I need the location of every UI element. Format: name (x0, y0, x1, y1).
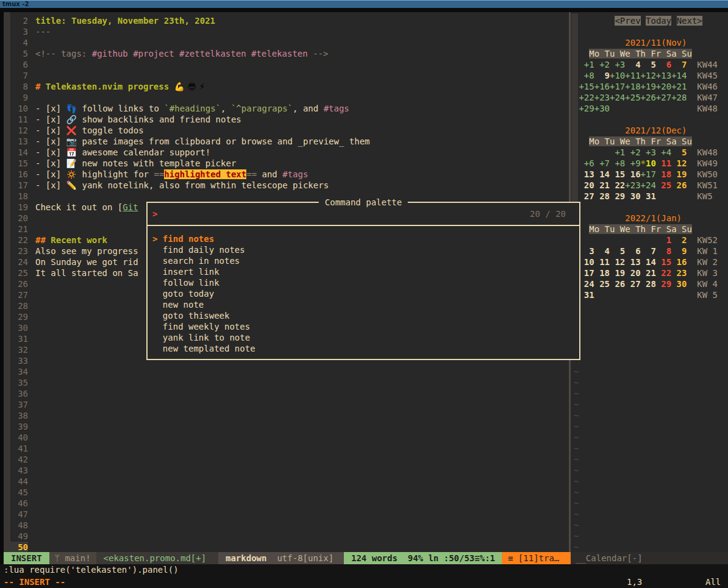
calendar-day[interactable]: 9 (671, 246, 687, 256)
line-number: 9 (10, 92, 28, 103)
calendar-day[interactable]: 20 21 22 (574, 180, 625, 190)
calendar-day[interactable]: 18 (656, 169, 671, 179)
palette-item[interactable]: insert link (152, 266, 574, 277)
calendar-day[interactable]: 2 (671, 235, 687, 245)
calendar-day[interactable]: 29 (656, 279, 671, 289)
editor-line: 13- [x] 📷 paste images from clipboard or… (10, 136, 569, 147)
editor-line: 36 (10, 388, 569, 399)
left-scrollbar[interactable] (4, 12, 10, 552)
calendar-day[interactable]: 30 (671, 279, 687, 289)
palette-item[interactable]: new templated note (152, 343, 574, 354)
line-number: 48 (10, 520, 28, 531)
palette-item[interactable]: new note (152, 299, 574, 310)
calendar-text: KW46 (687, 82, 718, 91)
calendar-day[interactable]: 19 (671, 169, 687, 179)
calendar-day[interactable]: 3 4 5 6 7 (574, 246, 656, 256)
calendar-row (574, 344, 718, 355)
line-text: title: Tuesday, November 23th, 2021 (35, 16, 215, 26)
editor-segment: It all started on Sa (35, 268, 138, 278)
calendar-text: 2022/1(Jan) (625, 213, 682, 223)
calendar-day[interactable]: 9 (594, 71, 610, 80)
palette-item[interactable]: find weekly notes (152, 321, 574, 332)
calendar-day[interactable]: +6 +7 +8 +9 (574, 158, 641, 168)
calendar-day[interactable]: 15 (656, 257, 671, 267)
calendar-day[interactable]: 26 (671, 180, 687, 190)
editor-segment: Check it out on [ (35, 202, 123, 212)
calendar-row (574, 26, 718, 37)
editor-line: 38 (10, 410, 569, 421)
calendar-day[interactable]: 11 (656, 158, 671, 168)
calendar-nav-button[interactable]: <Prev (615, 16, 640, 26)
calendar-day[interactable]: 23 (671, 268, 687, 278)
calendar-day[interactable]: +1 +2 +3 (574, 60, 625, 69)
calendar-text: Mo Tu We Th Fr Sa Su (589, 136, 692, 146)
calendar-day[interactable]: +8 (574, 71, 594, 80)
palette-item[interactable]: goto today (152, 288, 574, 299)
editor-segment: yank notelink, also from wthin telescope… (77, 180, 329, 190)
editor-segment: #tags (282, 169, 308, 179)
tilde-marker: ~ (574, 520, 579, 530)
calendar-nav-button[interactable]: Next> (677, 16, 702, 26)
calendar-row: 24 25 26 27 28 29 30 KW 4 (574, 278, 718, 289)
calendar-day[interactable]: 22 (656, 268, 671, 278)
calendar-row: +1 +2 +3 4 5 6 7 KW44 (574, 59, 718, 70)
calendar-row: 13 14 15 16+17 18 19 KW50 (574, 169, 718, 180)
calendar-day[interactable]: 1 (656, 235, 671, 245)
calendar-day[interactable]: +22+23+24+25+26+27+28 (574, 93, 687, 102)
calendar-day[interactable]: 25 (656, 180, 671, 190)
calendar-day[interactable]: +10+11+12+13+14 (610, 71, 687, 80)
editor-segment: 📅 (66, 147, 77, 157)
palette-item[interactable]: follow link (152, 277, 574, 288)
calendar-text (656, 191, 687, 201)
calendar-row: 31 KW 5 (574, 289, 718, 300)
calendar-text: Mo Tu We Th Fr Sa Su (589, 224, 692, 234)
calendar-row: 27 28 29 30 31 KW5 (574, 191, 718, 202)
calendar-window[interactable]: <Prev Today Next> 2021/11(Nov) Mo Tu We … (571, 12, 728, 552)
calendar-day[interactable]: 27 28 29 30 31 (574, 191, 656, 201)
palette-item[interactable]: goto thisweek (152, 310, 574, 321)
line-number: 40 (10, 432, 28, 443)
editor-line: 49 (10, 531, 569, 542)
line-number: 42 (10, 454, 28, 465)
calendar-day[interactable]: +23+24 (625, 180, 656, 190)
editor-line: 3--- (10, 26, 569, 37)
calendar-day[interactable]: +15+16+17+18+19+20+21 (574, 82, 687, 91)
calendar-day[interactable]: 12 (671, 158, 687, 168)
calendar-day[interactable]: 6 (656, 60, 671, 69)
calendar-day[interactable]: 4 5 (625, 60, 656, 69)
editor-segment: #tags (324, 104, 349, 113)
calendar-day[interactable]: +17 (641, 169, 656, 179)
calendar-day[interactable]: +29+30 (574, 104, 610, 113)
line-number: 16 (10, 169, 28, 180)
calendar-day[interactable]: 13 14 15 16 (574, 169, 641, 179)
palette-item[interactable]: > find notes (152, 233, 574, 244)
palette-item[interactable]: search in notes (152, 255, 574, 266)
command-line[interactable]: :lua require('telekasten').panel() (0, 564, 728, 576)
line-number: 34 (10, 366, 28, 377)
calendar-day[interactable]: 24 25 26 27 28 (574, 279, 656, 289)
calendar-text: 2021/12(Dec) (625, 126, 687, 135)
calendar-row (574, 322, 718, 333)
line-number: 18 (10, 191, 28, 202)
line-number: 17 (10, 180, 28, 191)
calendar-text: KW 3 (687, 268, 718, 278)
calendar-day[interactable]: +1 +2 +3 +4 (610, 147, 671, 157)
calendar-day[interactable]: 5 (671, 147, 687, 157)
line-number: 31 (10, 333, 28, 344)
calendar-day[interactable]: 10 11 12 13 14 (574, 257, 656, 267)
calendar-day[interactable]: 8 (656, 246, 671, 256)
line-number: 37 (10, 399, 28, 410)
editor-segment: Recent work (51, 235, 107, 245)
calendar-nav-button[interactable]: Today (646, 16, 671, 26)
calendar-day[interactable]: 17 18 19 20 21 (574, 268, 656, 278)
calendar-day[interactable]: 16 (671, 257, 687, 267)
editor-line: 8# Telekasten.nvim progress 💪 😎 ⚡ (10, 81, 569, 92)
editor-line: 4 (10, 37, 569, 48)
calendar-day[interactable]: 10 (646, 158, 656, 168)
calendar-row: +1 +2 +3 +4 5 KW48 (574, 147, 718, 158)
palette-item[interactable]: yank link to note (152, 332, 574, 343)
palette-item[interactable]: find daily notes (152, 244, 574, 255)
calendar-text: KW48 (687, 147, 718, 157)
calendar-day[interactable]: 7 (671, 60, 687, 69)
calendar-row: Mo Tu We Th Fr Sa Su (574, 48, 718, 59)
